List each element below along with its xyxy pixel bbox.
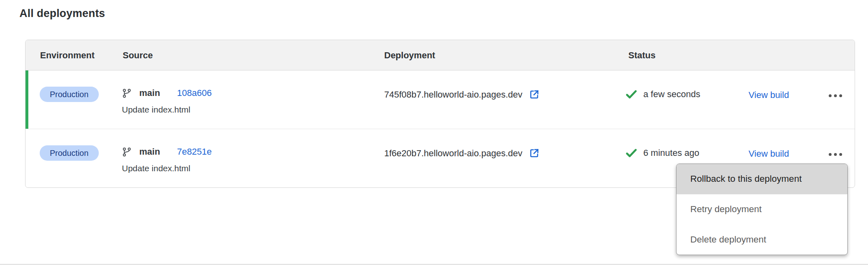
commit-message: Update index.html <box>122 105 212 115</box>
external-link-icon <box>529 89 540 100</box>
column-header-source: Source <box>123 40 153 70</box>
source-cell: main 7e8251e Update index.html <box>122 145 212 173</box>
ellipsis-icon <box>829 94 842 97</box>
row-actions-button[interactable] <box>824 87 847 104</box>
open-deployment-link[interactable] <box>529 148 540 159</box>
deployment-url: 745f08b7.helloworld-aio.pages.dev <box>384 89 522 100</box>
status-text: 6 minutes ago <box>643 148 699 158</box>
check-icon <box>625 89 637 99</box>
page-title: All deployments <box>19 7 105 20</box>
environment-badge: Production <box>40 87 99 102</box>
menu-item-retry[interactable]: Retry deployment <box>677 194 847 225</box>
column-header-status: Status <box>628 40 655 70</box>
row-actions-button[interactable] <box>824 145 847 163</box>
git-branch-icon <box>122 88 132 98</box>
commit-message: Update index.html <box>122 164 212 173</box>
status-cell: a few seconds <box>625 89 700 100</box>
column-header-deployment: Deployment <box>384 40 435 70</box>
page-section-divider <box>0 264 868 265</box>
deployment-url: 1f6e20b7.helloworld-aio.pages.dev <box>384 148 522 159</box>
branch-name: main <box>139 147 160 157</box>
status-text: a few seconds <box>643 89 700 100</box>
external-link-icon <box>529 148 540 159</box>
current-deployment-indicator <box>26 70 28 129</box>
menu-item-delete[interactable]: Delete deployment <box>677 224 847 255</box>
row-actions-menu: Rollback to this deployment Retry deploy… <box>676 164 848 255</box>
deployment-row: Production main 108a606 Update index.htm… <box>26 70 855 129</box>
view-build-link[interactable]: View build <box>749 149 789 159</box>
deployment-cell: 745f08b7.helloworld-aio.pages.dev <box>384 89 540 100</box>
environment-badge: Production <box>40 145 99 161</box>
table-header-row: Environment Source Deployment Status <box>26 40 855 70</box>
open-deployment-link[interactable] <box>529 89 540 100</box>
commit-link[interactable]: 108a606 <box>177 88 212 98</box>
git-branch-icon <box>122 147 132 157</box>
commit-link[interactable]: 7e8251e <box>177 147 212 157</box>
source-cell: main 108a606 Update index.html <box>122 87 212 115</box>
branch-name: main <box>139 88 160 98</box>
status-cell: 6 minutes ago <box>625 148 699 158</box>
check-icon <box>625 148 637 158</box>
menu-item-rollback[interactable]: Rollback to this deployment <box>677 164 847 194</box>
ellipsis-icon <box>829 153 842 156</box>
view-build-link[interactable]: View build <box>749 90 789 100</box>
column-header-environment: Environment <box>40 40 94 70</box>
deployment-cell: 1f6e20b7.helloworld-aio.pages.dev <box>384 148 540 159</box>
